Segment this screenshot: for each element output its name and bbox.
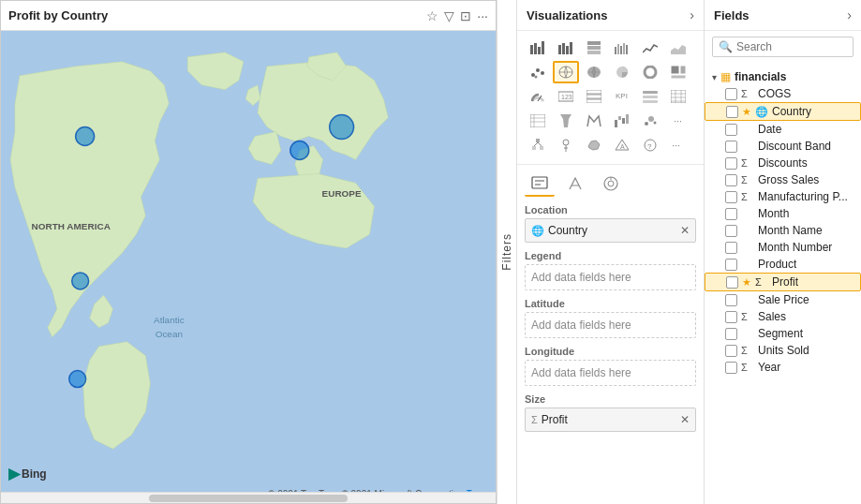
fields-item[interactable]: Sale Price	[705, 291, 861, 308]
field-checkbox[interactable]	[725, 362, 737, 374]
viz-icon-azure[interactable]: A	[609, 134, 635, 156]
fields-item[interactable]: ΣUnits Sold	[705, 342, 861, 359]
field-checkbox[interactable]	[725, 157, 737, 170]
group-name: financials	[735, 70, 786, 83]
viz-icon-qa[interactable]: ?	[637, 134, 663, 156]
field-checkbox[interactable]	[725, 311, 737, 323]
location-field-box[interactable]: 🌐 Country ✕	[525, 218, 696, 243]
field-label: Discount Band	[758, 140, 831, 153]
viz-icon-scatter3d[interactable]	[637, 110, 663, 132]
longitude-field-box[interactable]: Add data fields here	[525, 360, 696, 386]
location-field-remove[interactable]: ✕	[680, 224, 690, 237]
fields-panel-arrow[interactable]: ›	[847, 7, 852, 22]
viz-icon-map[interactable]	[553, 61, 579, 83]
svg-point-85	[608, 181, 614, 186]
svg-point-6	[330, 115, 354, 140]
fields-group-header[interactable]: ▾ ▦ financials	[705, 68, 861, 85]
map-scrollbar-horizontal[interactable]	[1, 492, 496, 503]
viz-icon-more[interactable]: ···	[665, 134, 691, 156]
field-label: Sale Price	[758, 293, 809, 306]
field-checkbox[interactable]	[725, 174, 737, 186]
field-label: Month Number	[758, 241, 832, 254]
viz-icon-treemap[interactable]	[665, 61, 691, 83]
build-tab[interactable]	[525, 170, 555, 197]
viz-icon-pie[interactable]	[609, 61, 635, 83]
pin-icon[interactable]: ☆	[426, 8, 438, 23]
fields-item[interactable]: Product	[705, 256, 861, 273]
fields-item[interactable]: ΣCOGS	[705, 85, 861, 102]
fields-search-box[interactable]: 🔍	[712, 37, 854, 57]
latitude-field-box[interactable]: Add data fields here	[525, 312, 696, 338]
fields-item[interactable]: Month Number	[705, 239, 861, 256]
field-checkbox[interactable]	[725, 225, 737, 237]
viz-icon-line[interactable]	[637, 37, 663, 59]
viz-icon-area[interactable]	[665, 37, 691, 59]
fields-item[interactable]: Segment	[705, 325, 861, 342]
svg-rect-60	[615, 120, 617, 127]
viz-icon-donut[interactable]	[637, 61, 663, 83]
filters-strip[interactable]: Filters	[497, 0, 517, 504]
more-icon[interactable]: ···	[477, 8, 488, 23]
field-checkbox[interactable]	[726, 276, 738, 289]
viz-icon-cluster-bar[interactable]	[609, 37, 635, 59]
format-tab[interactable]	[560, 170, 590, 197]
field-checkbox[interactable]	[725, 141, 737, 153]
size-field-box[interactable]: Σ Profit ✕	[525, 408, 696, 432]
field-checkbox[interactable]	[725, 345, 737, 357]
fields-item[interactable]: ΣSales	[705, 308, 861, 325]
viz-icon-custom[interactable]: ···	[665, 110, 691, 132]
sigma-icon-small: Σ	[531, 414, 538, 425]
svg-marker-26	[671, 45, 686, 54]
fields-item[interactable]: ΣDiscounts	[705, 155, 861, 171]
viz-icon-stacked-bar[interactable]	[553, 37, 579, 59]
fields-item[interactable]: ΣYear	[705, 359, 861, 376]
viz-icon-100-bar[interactable]	[581, 37, 607, 59]
legend-placeholder: Add data fields here	[531, 271, 631, 284]
viz-icon-bar[interactable]	[525, 37, 551, 59]
viz-icon-funnel[interactable]	[553, 110, 579, 132]
fields-item[interactable]: Month Name	[705, 222, 861, 239]
viz-icon-filled-map[interactable]	[581, 61, 607, 83]
fields-panel-title: Fields	[714, 8, 750, 22]
viz-icon-scatter[interactable]	[525, 61, 551, 83]
field-label: Month Name	[758, 224, 823, 237]
field-checkbox[interactable]	[725, 124, 737, 136]
filter-icon[interactable]: ▽	[444, 8, 454, 23]
fields-item[interactable]: ΣManufacturing P...	[705, 188, 861, 205]
expand-icon[interactable]: ⊡	[460, 8, 471, 23]
field-checkbox[interactable]	[725, 294, 737, 306]
fields-tree: ▾ ▦ financials ΣCOGS★🌐CountryDateDiscoun…	[705, 63, 861, 504]
viz-icon-matrix[interactable]	[525, 110, 551, 132]
field-checkbox[interactable]	[725, 242, 737, 254]
viz-icon-kpi[interactable]: KPI	[609, 85, 635, 108]
viz-icon-ribbon[interactable]	[581, 110, 607, 132]
field-checkbox[interactable]	[725, 259, 737, 271]
viz-icon-slicer[interactable]	[637, 85, 663, 108]
viz-icon-decomp[interactable]	[525, 134, 551, 156]
fields-item[interactable]: ★🌐Country	[705, 102, 861, 121]
search-input[interactable]	[736, 40, 847, 53]
viz-icon-gauge[interactable]	[525, 85, 551, 108]
fields-item[interactable]: ★ΣProfit	[705, 273, 861, 291]
fields-item[interactable]: Discount Band	[705, 138, 861, 155]
viz-icon-card[interactable]: 123	[553, 85, 579, 108]
viz-panel-arrow[interactable]: ›	[690, 7, 694, 22]
field-checkbox[interactable]	[725, 191, 737, 203]
size-field-remove[interactable]: ✕	[680, 413, 690, 426]
field-checkbox[interactable]	[726, 106, 738, 118]
viz-icon-table[interactable]	[665, 85, 691, 108]
analytics-tab[interactable]	[596, 170, 626, 197]
fields-items-container: ΣCOGS★🌐CountryDateDiscount BandΣDiscount…	[705, 85, 861, 376]
map-container[interactable]: NORTH AMERICA EUROPE Atlantic Ocean ▶ Bi…	[1, 31, 496, 503]
viz-icon-shapemap[interactable]	[581, 134, 607, 156]
viz-icon-multirow[interactable]	[581, 85, 607, 108]
fields-item[interactable]: ΣGross Sales	[705, 171, 861, 188]
fields-item[interactable]: Date	[705, 121, 861, 138]
viz-icon-waterfall[interactable]	[609, 110, 635, 132]
legend-field-box[interactable]: Add data fields here	[525, 264, 696, 290]
field-checkbox[interactable]	[725, 88, 737, 100]
fields-item[interactable]: Month	[705, 205, 861, 222]
field-checkbox[interactable]	[725, 328, 737, 340]
viz-icon-keyinf[interactable]	[553, 134, 579, 156]
field-checkbox[interactable]	[725, 208, 737, 220]
